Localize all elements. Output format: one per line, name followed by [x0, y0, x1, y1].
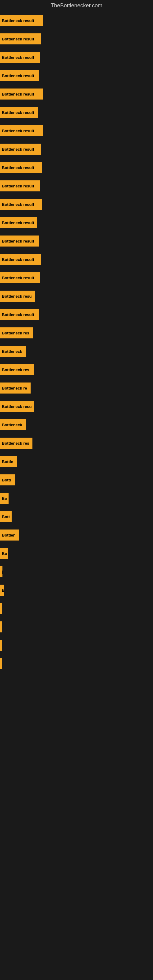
bar-label: Bottle — [2, 460, 13, 464]
bar-label: Bottleneck — [2, 423, 22, 427]
bar-row: | — [0, 599, 153, 618]
bar-label: Bottleneck result — [2, 92, 34, 97]
bar-row: Bo — [0, 489, 153, 508]
bar-label: Bottleneck res — [2, 368, 29, 372]
bar-item[interactable]: | — [0, 603, 2, 614]
bar-item[interactable]: Bo — [0, 548, 8, 559]
bar-label: B — [2, 588, 4, 593]
bar-label: Bottlen — [2, 533, 16, 538]
bar-item[interactable]: Bottleneck result — [0, 217, 37, 228]
bar-label: Bottleneck re — [2, 386, 27, 390]
bar-item[interactable] — [0, 621, 2, 632]
bar-row: Bottleneck result — [0, 122, 153, 140]
bar-label: Bottleneck result — [2, 221, 34, 225]
bar-label: Bottleneck result — [2, 129, 34, 133]
bar-label: Bottleneck result — [2, 239, 34, 243]
bar-row: Bottleneck result — [0, 213, 153, 232]
bar-row: Bottleneck result — [0, 140, 153, 158]
bar-item[interactable]: Bottleneck result — [0, 125, 43, 136]
bar-item[interactable]: Bottleneck res — [0, 438, 32, 449]
bar-row: Bottleneck — [0, 415, 153, 434]
bar-item[interactable]: Bottleneck result — [0, 89, 43, 100]
bar-row: Bottleneck re — [0, 379, 153, 397]
bar-item[interactable]: Bo — [0, 493, 9, 504]
bar-label: Bottleneck result — [2, 165, 34, 170]
bar-item[interactable]: Bottleneck — [0, 419, 26, 430]
bar-row: Bottleneck resu — [0, 287, 153, 305]
bar-label: | — [2, 570, 2, 574]
bar-label: Bottleneck result — [2, 312, 34, 317]
bar-label: Bottleneck resu — [2, 404, 32, 409]
bar-item[interactable] — [0, 640, 2, 651]
bar-row: | — [0, 563, 153, 581]
bar-row — [0, 654, 153, 673]
bar-label: Bottleneck result — [2, 37, 34, 41]
bar-item[interactable]: B — [0, 585, 4, 596]
bar-row: Bottleneck — [0, 342, 153, 360]
bar-item[interactable]: Bottl — [0, 474, 15, 485]
bar-row: Bottleneck result — [0, 48, 153, 67]
bar-item[interactable]: Bottleneck result — [0, 254, 41, 265]
bar-label: Bottleneck result — [2, 184, 34, 188]
bar-row: Bottl — [0, 471, 153, 489]
bar-row: Bottle — [0, 452, 153, 471]
bar-item[interactable]: Bottleneck result — [0, 144, 41, 155]
bar-row: Bottleneck res — [0, 324, 153, 342]
bar-label: Bottleneck result — [2, 202, 34, 207]
bar-item[interactable]: Bottleneck result — [0, 272, 40, 283]
bar-row: Bo — [0, 544, 153, 563]
bar-item[interactable]: Bottleneck result — [0, 107, 38, 118]
bar-row: Bottlen — [0, 526, 153, 544]
bar-row: Bottleneck result — [0, 195, 153, 213]
bar-label: Bottleneck — [2, 349, 22, 354]
bar-item[interactable]: Bottleneck result — [0, 180, 40, 191]
bar-item[interactable]: Bottleneck resu — [0, 401, 34, 412]
bar-item[interactable] — [0, 658, 2, 669]
bar-row: Bottleneck res — [0, 434, 153, 452]
bar-item[interactable]: Bottleneck result — [0, 52, 40, 63]
bar-label: Bottleneck result — [2, 275, 34, 280]
bar-item[interactable]: | — [0, 566, 2, 577]
bar-label: Bottleneck res — [2, 441, 29, 445]
bar-item[interactable]: Bottle — [0, 456, 17, 467]
bar-item[interactable]: Bottleneck result — [0, 70, 39, 81]
bar-label: Bottl — [2, 478, 11, 482]
bar-row: Bottleneck resu — [0, 397, 153, 415]
bar-item[interactable]: Bottleneck res — [0, 364, 33, 375]
bar-row: B — [0, 581, 153, 599]
bar-item[interactable]: Bottlen — [0, 530, 19, 541]
bar-item[interactable]: Bottleneck result — [0, 235, 39, 247]
bar-item[interactable]: Bottleneck — [0, 346, 26, 357]
bar-item[interactable]: Bottleneck result — [0, 309, 39, 320]
bar-item[interactable]: Bottleneck result — [0, 199, 42, 210]
bar-item[interactable]: Bottleneck res — [0, 328, 33, 339]
bar-row — [0, 636, 153, 654]
bar-label: Bottleneck result — [2, 257, 34, 262]
bar-row: Bottleneck result — [0, 11, 153, 30]
bar-item[interactable]: Bottleneck result — [0, 33, 41, 45]
bar-row — [0, 618, 153, 636]
bar-item[interactable]: Bott — [0, 511, 12, 522]
bar-item[interactable]: Bottleneck result — [0, 15, 43, 26]
bar-row: Bottleneck result — [0, 250, 153, 269]
bar-row: Bottleneck result — [0, 67, 153, 85]
bar-label: Bottleneck resu — [2, 294, 32, 299]
bar-item[interactable]: Bottleneck re — [0, 382, 30, 393]
bar-item[interactable]: Bottleneck result — [0, 162, 42, 173]
bar-row: Bottleneck result — [0, 30, 153, 48]
bar-label: Bottleneck result — [2, 147, 34, 151]
bar-row: Bottleneck result — [0, 103, 153, 122]
bar-label: Bottleneck result — [2, 73, 34, 78]
bar-label: Bottleneck result — [2, 55, 34, 60]
bar-item[interactable]: Bottleneck resu — [0, 291, 35, 302]
bar-label: Bottleneck result — [2, 110, 34, 115]
bar-row: Bottleneck result — [0, 305, 153, 324]
bar-label: Bo — [2, 496, 7, 501]
bar-label: Bottleneck res — [2, 331, 29, 335]
bar-row: Bottleneck result — [0, 232, 153, 250]
bar-label: Bottleneck result — [2, 18, 34, 23]
bar-row: Bottleneck result — [0, 269, 153, 287]
bar-row: Bottleneck res — [0, 360, 153, 379]
bar-row: Bottleneck result — [0, 85, 153, 103]
site-title: TheBottlenecker.com — [0, 0, 153, 11]
